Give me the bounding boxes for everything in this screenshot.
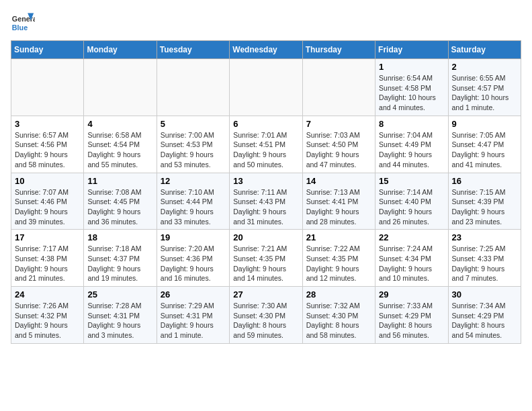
day-info: Sunrise: 7:01 AM Sunset: 4:51 PM Dayligh… bbox=[233, 130, 298, 170]
calendar-cell bbox=[84, 59, 157, 116]
day-info: Sunrise: 7:20 AM Sunset: 4:36 PM Dayligh… bbox=[161, 244, 226, 283]
logo: GeneralBlue bbox=[11, 11, 35, 35]
calendar-cell: 5Sunrise: 7:00 AM Sunset: 4:53 PM Daylig… bbox=[157, 116, 229, 173]
day-number: 23 bbox=[452, 232, 517, 242]
calendar-cell: 22Sunrise: 7:24 AM Sunset: 4:34 PM Dayli… bbox=[375, 230, 448, 287]
calendar-cell: 18Sunrise: 7:18 AM Sunset: 4:37 PM Dayli… bbox=[84, 230, 157, 287]
day-number: 13 bbox=[233, 176, 298, 186]
day-info: Sunrise: 7:03 AM Sunset: 4:50 PM Dayligh… bbox=[306, 130, 371, 170]
day-number: 28 bbox=[306, 289, 371, 300]
calendar-cell bbox=[157, 59, 229, 116]
weekday-header-wednesday: Wednesday bbox=[230, 41, 302, 59]
calendar-cell: 8Sunrise: 7:04 AM Sunset: 4:49 PM Daylig… bbox=[375, 116, 448, 173]
day-number: 6 bbox=[233, 119, 298, 129]
day-number: 9 bbox=[452, 119, 517, 129]
svg-text:Blue: Blue bbox=[12, 24, 28, 32]
calendar-cell: 3Sunrise: 6:57 AM Sunset: 4:56 PM Daylig… bbox=[11, 116, 84, 173]
logo-icon: GeneralBlue bbox=[11, 11, 35, 35]
day-info: Sunrise: 7:21 AM Sunset: 4:35 PM Dayligh… bbox=[233, 244, 298, 283]
calendar-cell: 28Sunrise: 7:32 AM Sunset: 4:30 PM Dayli… bbox=[302, 287, 375, 344]
day-number: 17 bbox=[15, 232, 80, 242]
day-info: Sunrise: 7:30 AM Sunset: 4:30 PM Dayligh… bbox=[233, 301, 298, 340]
calendar-cell: 26Sunrise: 7:29 AM Sunset: 4:31 PM Dayli… bbox=[157, 287, 229, 344]
day-info: Sunrise: 7:08 AM Sunset: 4:45 PM Dayligh… bbox=[87, 187, 152, 227]
calendar-cell bbox=[302, 59, 375, 116]
day-number: 26 bbox=[161, 289, 226, 300]
calendar-cell: 2Sunrise: 6:55 AM Sunset: 4:57 PM Daylig… bbox=[448, 59, 521, 116]
calendar-cell: 23Sunrise: 7:25 AM Sunset: 4:33 PM Dayli… bbox=[448, 230, 521, 287]
day-number: 11 bbox=[87, 176, 152, 186]
day-number: 27 bbox=[233, 289, 298, 300]
day-info: Sunrise: 7:33 AM Sunset: 4:29 PM Dayligh… bbox=[379, 301, 444, 340]
calendar-cell: 10Sunrise: 7:07 AM Sunset: 4:46 PM Dayli… bbox=[11, 173, 84, 230]
calendar-cell: 12Sunrise: 7:10 AM Sunset: 4:44 PM Dayli… bbox=[157, 173, 229, 230]
day-number: 4 bbox=[87, 119, 152, 129]
day-number: 15 bbox=[379, 176, 444, 186]
day-info: Sunrise: 7:29 AM Sunset: 4:31 PM Dayligh… bbox=[161, 301, 226, 340]
calendar-cell: 7Sunrise: 7:03 AM Sunset: 4:50 PM Daylig… bbox=[302, 116, 375, 173]
day-number: 12 bbox=[161, 176, 226, 186]
calendar-cell: 16Sunrise: 7:15 AM Sunset: 4:39 PM Dayli… bbox=[448, 173, 521, 230]
day-number: 24 bbox=[15, 289, 80, 300]
day-number: 18 bbox=[87, 232, 152, 242]
day-info: Sunrise: 7:13 AM Sunset: 4:41 PM Dayligh… bbox=[306, 187, 371, 227]
day-number: 3 bbox=[15, 119, 80, 129]
day-number: 29 bbox=[379, 289, 444, 300]
calendar-cell: 24Sunrise: 7:26 AM Sunset: 4:32 PM Dayli… bbox=[11, 287, 84, 344]
day-info: Sunrise: 6:54 AM Sunset: 4:58 PM Dayligh… bbox=[379, 73, 444, 113]
calendar-cell: 29Sunrise: 7:33 AM Sunset: 4:29 PM Dayli… bbox=[375, 287, 448, 344]
calendar-cell: 19Sunrise: 7:20 AM Sunset: 4:36 PM Dayli… bbox=[157, 230, 229, 287]
day-info: Sunrise: 7:25 AM Sunset: 4:33 PM Dayligh… bbox=[452, 244, 517, 283]
calendar-cell: 30Sunrise: 7:34 AM Sunset: 4:29 PM Dayli… bbox=[448, 287, 521, 344]
day-number: 20 bbox=[233, 232, 298, 242]
calendar-cell: 17Sunrise: 7:17 AM Sunset: 4:38 PM Dayli… bbox=[11, 230, 84, 287]
calendar-cell: 27Sunrise: 7:30 AM Sunset: 4:30 PM Dayli… bbox=[230, 287, 302, 344]
day-info: Sunrise: 7:11 AM Sunset: 4:43 PM Dayligh… bbox=[233, 187, 298, 227]
calendar-table: SundayMondayTuesdayWednesdayThursdayFrid… bbox=[11, 40, 521, 344]
calendar-cell: 1Sunrise: 6:54 AM Sunset: 4:58 PM Daylig… bbox=[375, 59, 448, 116]
day-info: Sunrise: 7:15 AM Sunset: 4:39 PM Dayligh… bbox=[452, 187, 517, 227]
day-info: Sunrise: 7:00 AM Sunset: 4:53 PM Dayligh… bbox=[161, 130, 226, 170]
day-number: 30 bbox=[452, 289, 517, 300]
day-number: 1 bbox=[379, 62, 444, 72]
calendar-cell: 20Sunrise: 7:21 AM Sunset: 4:35 PM Dayli… bbox=[230, 230, 302, 287]
calendar-cell: 15Sunrise: 7:14 AM Sunset: 4:40 PM Dayli… bbox=[375, 173, 448, 230]
calendar-cell: 11Sunrise: 7:08 AM Sunset: 4:45 PM Dayli… bbox=[84, 173, 157, 230]
calendar-cell bbox=[11, 59, 84, 116]
day-info: Sunrise: 6:55 AM Sunset: 4:57 PM Dayligh… bbox=[452, 73, 517, 113]
calendar-cell: 13Sunrise: 7:11 AM Sunset: 4:43 PM Dayli… bbox=[230, 173, 302, 230]
weekday-header-thursday: Thursday bbox=[302, 41, 375, 59]
page-header: GeneralBlue bbox=[11, 11, 521, 35]
day-info: Sunrise: 7:32 AM Sunset: 4:30 PM Dayligh… bbox=[306, 301, 371, 340]
day-info: Sunrise: 6:58 AM Sunset: 4:54 PM Dayligh… bbox=[87, 130, 152, 170]
day-number: 7 bbox=[306, 119, 371, 129]
day-number: 5 bbox=[161, 119, 226, 129]
day-info: Sunrise: 7:05 AM Sunset: 4:47 PM Dayligh… bbox=[452, 130, 517, 170]
day-info: Sunrise: 7:24 AM Sunset: 4:34 PM Dayligh… bbox=[379, 244, 444, 283]
calendar-cell bbox=[230, 59, 302, 116]
calendar-cell: 21Sunrise: 7:22 AM Sunset: 4:35 PM Dayli… bbox=[302, 230, 375, 287]
day-number: 22 bbox=[379, 232, 444, 242]
calendar-cell: 6Sunrise: 7:01 AM Sunset: 4:51 PM Daylig… bbox=[230, 116, 302, 173]
day-number: 21 bbox=[306, 232, 371, 242]
day-number: 2 bbox=[452, 62, 517, 72]
weekday-header-monday: Monday bbox=[84, 41, 157, 59]
day-number: 8 bbox=[379, 119, 444, 129]
day-info: Sunrise: 7:22 AM Sunset: 4:35 PM Dayligh… bbox=[306, 244, 371, 283]
calendar-cell: 14Sunrise: 7:13 AM Sunset: 4:41 PM Dayli… bbox=[302, 173, 375, 230]
calendar-cell: 25Sunrise: 7:28 AM Sunset: 4:31 PM Dayli… bbox=[84, 287, 157, 344]
day-info: Sunrise: 6:57 AM Sunset: 4:56 PM Dayligh… bbox=[15, 130, 80, 170]
day-number: 10 bbox=[15, 176, 80, 186]
day-info: Sunrise: 7:07 AM Sunset: 4:46 PM Dayligh… bbox=[15, 187, 80, 227]
day-info: Sunrise: 7:17 AM Sunset: 4:38 PM Dayligh… bbox=[15, 244, 80, 283]
day-info: Sunrise: 7:26 AM Sunset: 4:32 PM Dayligh… bbox=[15, 301, 80, 340]
day-info: Sunrise: 7:18 AM Sunset: 4:37 PM Dayligh… bbox=[87, 244, 152, 283]
calendar-cell: 4Sunrise: 6:58 AM Sunset: 4:54 PM Daylig… bbox=[84, 116, 157, 173]
day-number: 16 bbox=[452, 176, 517, 186]
day-info: Sunrise: 7:14 AM Sunset: 4:40 PM Dayligh… bbox=[379, 187, 444, 227]
day-info: Sunrise: 7:28 AM Sunset: 4:31 PM Dayligh… bbox=[87, 301, 152, 340]
day-info: Sunrise: 7:10 AM Sunset: 4:44 PM Dayligh… bbox=[161, 187, 226, 227]
weekday-header-saturday: Saturday bbox=[448, 41, 521, 59]
day-number: 19 bbox=[161, 232, 226, 242]
weekday-header-friday: Friday bbox=[375, 41, 448, 59]
